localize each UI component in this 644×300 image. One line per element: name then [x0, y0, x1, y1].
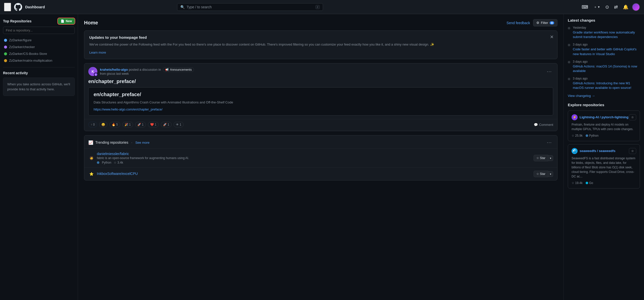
trending-see-more-link[interactable]: See more: [135, 141, 149, 144]
explore-list: ⚡ Lightning-AI / pytorch-lightning ☆ Pre…: [568, 110, 640, 189]
star-button[interactable]: ☆ Star: [534, 171, 548, 177]
explore-repo-desc: Pretrain, finetune and deploy AI models …: [572, 122, 636, 131]
repo-list-item[interactable]: ZzDarker/figure: [3, 37, 75, 43]
search-bar[interactable]: 🔍 Type / to search /: [177, 3, 323, 11]
recent-activity-title: Recent activity: [3, 71, 75, 75]
trending-header-left: 📈 Trending repositories · See more: [88, 140, 149, 145]
lang-dot: [586, 182, 588, 184]
reaction-rocket1[interactable]: 🚀 1: [135, 122, 146, 127]
feed-body-title: en/chapter_preface/: [94, 92, 548, 97]
changelog-text[interactable]: Gradle starter workflows now automatical…: [573, 30, 640, 39]
repo-list-item[interactable]: ZzDarker/CS-Books-Store: [3, 51, 75, 57]
announcement-card: ✕ Updates to your homepage feed We've co…: [84, 30, 557, 59]
filter-button[interactable]: ⚙ Filter 8: [533, 19, 557, 26]
sidebar: Top Repositories 📄 New ZzDarker/figure Z…: [0, 14, 78, 300]
view-changelog-link[interactable]: View changelog →: [568, 94, 640, 98]
pull-requests-button[interactable]: ⇄: [613, 3, 619, 11]
changelog-text[interactable]: GitHub Actions: Introducing the new M1 m…: [573, 81, 640, 90]
send-feedback-button[interactable]: Send feedback: [507, 21, 530, 25]
filter-count-badge: 8: [550, 21, 554, 24]
changelog-time: 3 days ago: [573, 60, 640, 63]
changelog-dot: [568, 27, 570, 29]
announcement-close-button[interactable]: ✕: [550, 34, 554, 40]
feed-channel-name: Announcements: [170, 68, 192, 71]
sidebar-divider: [3, 67, 75, 67]
changelog-dot: [568, 44, 570, 46]
reaction-rocket2[interactable]: 🚀 1: [161, 122, 172, 127]
notifications-button[interactable]: 🔔: [621, 3, 630, 11]
stars-label: ☆ 3.4k: [114, 161, 123, 164]
trending-repo-name[interactable]: danielmiessler/fabric: [97, 152, 189, 156]
changelog-dot: [568, 61, 570, 63]
changelog-dot: [568, 78, 570, 80]
create-new-button[interactable]: ＋ ▾: [592, 4, 602, 11]
trending-repo-info: InkboxSoftware/excelCPU: [97, 172, 138, 176]
announcement-title: Updates to your homepage feed: [89, 35, 552, 40]
comment-button[interactable]: 💬 Comment: [534, 123, 553, 127]
terminal-button[interactable]: ⌨: [580, 3, 590, 11]
changelog-item: Yesterday Gradle starter workflows now a…: [568, 26, 640, 39]
feed-card-header: K g krahets/hello-algo posted a discussi…: [84, 63, 557, 79]
reaction-tada[interactable]: 🎉 1: [122, 122, 133, 127]
repo-dot: [4, 39, 7, 42]
repo-name: ZzDarker/matrix-multiplication: [9, 59, 52, 62]
explore-repo-name[interactable]: Lightning-AI / pytorch-lightning: [580, 115, 628, 119]
feed-author-name[interactable]: krahets/hello-algo: [100, 68, 128, 71]
feed-body-link[interactable]: https://www.hello-algo.com/en/chapter_pr…: [94, 107, 163, 111]
reaction-heart[interactable]: ❤️ 1: [148, 122, 159, 127]
feed-more-button[interactable]: ⋯: [545, 68, 553, 75]
search-placeholder: Type / to search: [187, 5, 313, 9]
explore-repos-section: Explore repositories ⚡ Lightning-AI / py…: [568, 103, 640, 189]
changelog-time: Yesterday: [573, 26, 640, 29]
explore-repo-header: ⚡ Lightning-AI / pytorch-lightning ☆: [572, 114, 636, 120]
new-repo-button[interactable]: 📄 New: [58, 18, 75, 24]
feed-meta-wrap: krahets/hello-algo posted a discussion i…: [100, 67, 194, 76]
changelog-content: 3 days ago Code faster and better with G…: [573, 43, 640, 56]
reaction-smile[interactable]: 😄: [99, 122, 107, 127]
explore-repo-meta: ☆ 25.9k Python: [572, 134, 636, 137]
trending-repo-name[interactable]: InkboxSoftware/excelCPU: [97, 172, 138, 176]
new-repo-icon: 📄: [61, 19, 64, 23]
repo-dot: [4, 52, 7, 55]
user-avatar[interactable]: [632, 3, 640, 11]
hamburger-button[interactable]: ☰: [4, 3, 11, 11]
repo-list-item[interactable]: ZzDarker/matrix-multiplication: [3, 57, 75, 64]
trending-repo-avatar: 🧔: [88, 155, 94, 161]
page-title: Home: [84, 20, 98, 26]
trending-more-button[interactable]: ⋯: [545, 139, 553, 146]
trending-icon: 📈: [88, 140, 93, 145]
trending-list: 🧔 danielmiessler/fabric fabric is an ope…: [84, 148, 557, 180]
explore-star-button[interactable]: ☆: [629, 114, 636, 120]
repo-search-input[interactable]: [3, 27, 75, 34]
announcement-body: We've combined the power of the Followin…: [89, 42, 552, 47]
star-caret-button[interactable]: ▾: [548, 155, 553, 161]
reaction-eye[interactable]: 👁 1: [174, 122, 184, 127]
explore-repo-icon: 🌊: [572, 148, 578, 154]
feed-avatar-badge: g: [94, 72, 98, 77]
repo-list-item[interactable]: ZzDarker/checker: [3, 44, 75, 50]
explore-star-button[interactable]: ☆: [629, 148, 636, 154]
star-button[interactable]: ☆ Star: [534, 155, 548, 161]
reaction-fire[interactable]: 🔥 5: [109, 122, 120, 127]
issues-button[interactable]: ⊙: [604, 3, 611, 11]
explore-lang: Go: [586, 181, 593, 185]
changelog-text[interactable]: GitHub Actions: macOS 14 (Sonoma) is now…: [573, 64, 640, 73]
changelog-text[interactable]: Code faster and better with GitHub Copil…: [573, 47, 640, 56]
main-header-actions: Send feedback ⚙ Filter 8: [507, 19, 557, 26]
trending-card-header: 📈 Trending repositories · See more ⋯: [84, 135, 557, 148]
trending-repo-item: ⭐ InkboxSoftware/excelCPU ☆ Star ▾: [84, 167, 557, 180]
learn-more-link[interactable]: Learn more: [89, 51, 106, 54]
trending-title: Trending repositories: [95, 140, 128, 144]
lang-dot: [586, 134, 588, 137]
filter-label: Filter: [541, 21, 548, 25]
star-caret-button[interactable]: ▾: [548, 171, 553, 177]
feed-action: posted a discussion in: [129, 68, 162, 71]
trending-repo-avatar: ⭐: [88, 171, 94, 177]
explore-repo-name[interactable]: seaweedfs / seaweedfs: [580, 149, 615, 153]
repo-name: ZzDarker/checker: [9, 45, 35, 49]
trending-repo-left: ⭐ InkboxSoftware/excelCPU: [88, 171, 138, 177]
repo-name: ZzDarker/CS-Books-Store: [9, 52, 47, 56]
reaction-upvote[interactable]: ↑ 0: [88, 122, 97, 127]
changelog-content: 3 days ago GitHub Actions: macOS 14 (Son…: [573, 60, 640, 73]
search-kbd-hint: /: [315, 5, 320, 9]
